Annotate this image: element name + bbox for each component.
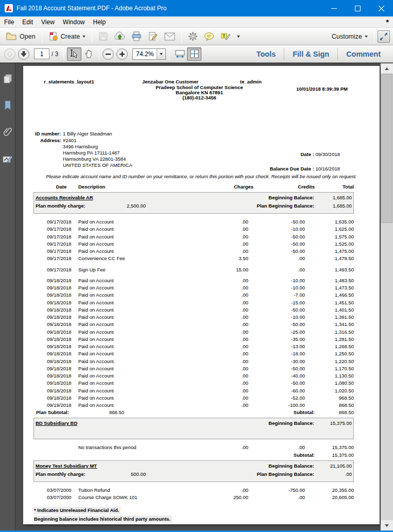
zoom-out-button[interactable] [102,48,114,60]
transaction-date: 09/17/2018 [47,226,76,233]
comment-bubble-icon [204,32,214,41]
transaction-date: 03/07/2000 [47,494,76,501]
transaction-credits: -50.00 [248,306,305,314]
transaction-date: 09/18/2018 [47,365,76,372]
title-bar: Fall 2018 Account Statement.PDF - Adobe … [0,0,393,16]
transaction-description: Paid on Account [78,218,197,226]
transaction-total: 1,020.50 [305,387,354,394]
transaction-date: 09/18/2018 [47,336,76,343]
customer-name: Jenzabar One Customer [142,79,198,84]
email-icon [164,32,175,41]
email-button[interactable] [161,31,178,42]
transaction-row: 09/18/2018Paid on Account.00-52.00968.50 [33,394,354,402]
zoom-level-combobox[interactable]: 74.2% [132,48,166,60]
transaction-total: 1,281.50 [305,336,354,343]
address-line: #2401 [63,138,132,144]
customize-button[interactable]: Customize [329,31,371,42]
transaction-row: 09/17/2018Convenience CC Fee3.50.001,478… [33,255,354,262]
save-icon [98,31,108,41]
transaction-credits: -50.00 [248,365,305,372]
scroll-down-button[interactable] [381,520,393,530]
create-button[interactable]: Create [45,30,89,43]
plan-beginning-balance-label: Plan Beginning Balance: [257,203,314,209]
transaction-description: Paid on Account [78,233,197,241]
fill-sign-panel-button[interactable]: Fill & Sign [284,50,337,58]
menu-help[interactable]: Help [89,16,110,28]
zoom-in-icon [119,52,125,57]
footnote-beginning-balance: Beginning balance includes historical th… [33,516,172,523]
text-highlight-button[interactable]: T [217,30,234,43]
menu-file[interactable]: File [0,16,18,28]
next-page-button[interactable] [18,48,29,60]
transaction-charges: .00 [197,306,248,314]
transaction-description: Paid on Account [78,291,197,299]
menu-edit[interactable]: Edit [18,16,37,28]
transaction-charges: .00 [197,314,248,321]
comment-panel-button[interactable]: Comment [338,50,389,58]
pin-toolbar-icon[interactable]: * [382,18,393,26]
transaction-credits: -50.00 [248,380,305,387]
transaction-description: Paid on Account [78,350,197,357]
transaction-description: Paid on Account [78,321,197,328]
save-button[interactable] [95,30,111,43]
sign-document-icon [148,31,158,41]
transaction-total: 1,316.50 [305,329,354,336]
minimize-button[interactable] [322,0,346,16]
page-thumbnails-button[interactable] [2,73,14,85]
main-toolbar: Open Create [0,28,393,45]
expand-window-button[interactable] [378,30,390,43]
transaction-total: 1,220.50 [305,358,354,365]
fit-width-button[interactable] [173,47,187,61]
transaction-description: Paid on Account [78,277,197,284]
admin-user: te_admin [240,79,262,84]
transaction-credits: -50.00 [248,248,305,255]
transaction-charges: 15.00 [197,266,248,273]
transaction-description: Paid on Account [78,387,197,394]
select-tool-button[interactable] [67,47,81,61]
transaction-description: Paid on Account [78,402,197,409]
more-tools-chevron-icon[interactable] [237,36,240,38]
transaction-charges: .00 [197,277,248,284]
print-datetime: 10/01/2018 8:39:39 PM [296,86,348,92]
transaction-description: Paid on Account [78,306,197,314]
transaction-credits: -10.00 [248,277,305,284]
transaction-total: 1,575.00 [305,233,354,241]
menu-window[interactable]: Window [59,16,89,28]
scrollbar-thumb[interactable] [381,74,392,223]
next-page-icon [21,51,27,57]
previous-page-button[interactable] [4,48,15,60]
preferences-button[interactable] [185,30,201,43]
page-number-input[interactable] [34,48,49,59]
transaction-date: 09/17/2018 [47,218,76,226]
id-number-value: 1 Billy Alger Steadman [63,131,112,136]
signatures-button[interactable] [2,153,14,165]
sign-document-button[interactable] [145,30,161,43]
fit-page-button[interactable] [187,47,201,61]
maximize-button[interactable] [346,0,369,16]
scroll-up-button[interactable] [381,63,393,74]
beginning-balance-label: Beginning Balance: [268,195,314,200]
attachments-button[interactable] [2,126,14,139]
vertical-scrollbar[interactable] [381,63,393,530]
school-block: Pradeep School of Computer Science Banga… [112,85,287,101]
transaction-charges: .00 [197,218,248,226]
plan-monthly-charge-label: Plan monthly charge: [36,203,110,209]
bookmarks-button[interactable] [2,99,14,112]
zoom-in-button[interactable] [116,48,128,60]
zoom-dropdown-button[interactable] [157,49,165,59]
comment-tool-button[interactable] [201,30,217,43]
statement-section: Money Test Subsidiary MTBeginning Balanc… [33,460,354,502]
transaction-row: No transactions this period.00.0015,375.… [33,444,354,451]
plan-beginning-balance-label: Plan Beginning Balance: [257,471,314,477]
close-button[interactable] [369,0,393,16]
menu-view[interactable]: View [37,16,59,28]
transaction-row: 09/18/2018Paid on Account.00-10.001,391.… [33,314,354,321]
footnotes: * Indicates Unreleased Financial Aid. Be… [33,507,354,523]
open-button[interactable]: Open [3,30,39,42]
hand-tool-button[interactable] [81,47,96,61]
transaction-row: 09/18/2018Paid on Account.00-50.001,080.… [33,380,354,387]
share-upload-button[interactable] [111,30,128,43]
print-button[interactable] [128,30,145,43]
tools-panel-button[interactable]: Tools [248,50,284,58]
id-number-label: ID number: [35,131,63,136]
